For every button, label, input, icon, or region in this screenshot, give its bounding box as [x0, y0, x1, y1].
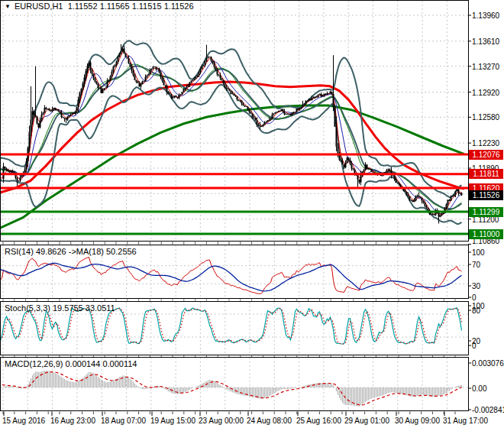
main-price-panel [0, 1, 468, 245]
rsi-indicator-label: RSI(14) 49.8626 ->MA(18) 50.2556 [5, 247, 137, 256]
trading-chart-window: 1.139601.136101.132701.129201.125801.122… [0, 0, 504, 428]
macd-indicator-label: MACD(12,26,9) 0.000144 0.000114 [5, 359, 137, 368]
symbol-period-label: EURUSD,H1 [15, 2, 63, 11]
macd-histogram [4, 371, 462, 407]
stoch-indicator-label: Stoch(5,3,3) 19.5755 33.0511 [5, 303, 115, 313]
candlesticks [4, 44, 462, 224]
symbol-dropdown-icon[interactable]: ▼ [5, 3, 11, 10]
chart-title: ▼EURUSD,H1 1.11552 1.11565 1.11515 1.115… [5, 2, 194, 11]
ohlc-values: 1.11552 1.11565 1.11515 1.11526 [68, 2, 194, 11]
